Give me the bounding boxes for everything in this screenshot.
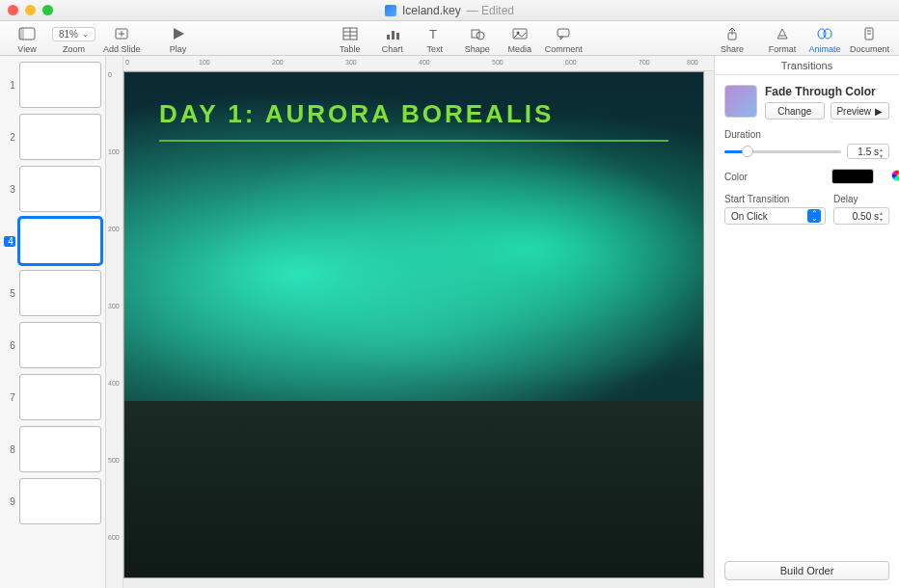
slide-navigator[interactable]: 1 2 3 4 5 6 7 8 9 (0, 56, 106, 588)
svg-point-15 (477, 32, 484, 40)
vertical-ruler: 0 100 200 300 400 500 600 (106, 56, 123, 588)
toolbar: View 81%⌄ Zoom Add Slide Play Table Char… (0, 21, 899, 56)
color-well[interactable] (831, 169, 874, 184)
duration-label: Duration (724, 129, 889, 140)
svg-rect-11 (392, 31, 395, 40)
select-chevron-icon: ⌃⌄ (807, 209, 821, 223)
document-edited-indicator: — Edited (467, 4, 514, 17)
chart-button[interactable]: Chart (371, 25, 414, 54)
current-slide[interactable]: DAY 1: AURORA BOREALIS (123, 71, 704, 578)
slide-thumbnail[interactable]: 2 (4, 114, 101, 160)
svg-rect-10 (387, 35, 390, 40)
document-tab[interactable]: Document (846, 25, 893, 54)
color-label: Color (724, 172, 748, 182)
duration-slider[interactable] (724, 145, 841, 158)
slide-thumbnail[interactable]: 9 (4, 478, 101, 524)
slide-divider (159, 140, 668, 142)
slide-thumbnail[interactable]: 5 (4, 270, 101, 316)
play-icon: ▶ (875, 106, 883, 117)
slide-title-text[interactable]: DAY 1: AURORA BOREALIS (159, 99, 554, 129)
share-button[interactable]: Share (703, 25, 761, 54)
preview-transition-button[interactable]: Preview▶ (831, 102, 890, 120)
slide-thumbnail[interactable]: 3 (4, 166, 101, 212)
svg-marker-19 (560, 37, 563, 40)
transition-preview-swatch (724, 85, 757, 118)
document-filename: Iceland.key (402, 4, 461, 17)
media-button[interactable]: Media (499, 25, 541, 54)
horizontal-ruler: 0 100 200 300 400 500 600 700 800 (123, 56, 714, 71)
shape-button[interactable]: Shape (456, 25, 499, 54)
build-order-button[interactable]: Build Order (724, 561, 889, 580)
svg-point-25 (824, 29, 831, 39)
view-button[interactable]: View (6, 25, 48, 54)
stepper-icon[interactable]: ▴▾ (880, 146, 887, 157)
delay-value-field[interactable]: 0.50 s ▴▾ (833, 207, 889, 225)
window-controls (8, 5, 53, 15)
animate-tab[interactable]: Animate (804, 25, 846, 54)
comment-button[interactable]: Comment (541, 25, 586, 54)
inspector-panel: Transitions Fade Through Color Change Pr… (714, 56, 899, 588)
play-button[interactable]: Play (145, 25, 212, 54)
close-icon[interactable] (8, 5, 18, 15)
main-area: 1 2 3 4 5 6 7 8 9 0 100 200 300 400 500 … (0, 56, 899, 588)
delay-label: Delay (833, 194, 889, 204)
window-titlebar: Iceland.key — Edited (0, 0, 899, 21)
slide-canvas[interactable]: DAY 1: AURORA BOREALIS (123, 71, 714, 588)
svg-text:T: T (429, 27, 437, 40)
slide-thumbnail[interactable]: 6 (4, 322, 101, 368)
chevron-down-icon: ⌄ (82, 30, 89, 39)
start-transition-select[interactable]: On Click ⌃⌄ (724, 207, 826, 225)
svg-rect-1 (19, 28, 24, 40)
svg-rect-18 (558, 29, 569, 37)
canvas-area: 0 100 200 300 400 500 600 700 800 DAY 1:… (123, 56, 714, 588)
inspector-tab-transitions[interactable]: Transitions (715, 56, 899, 75)
minimize-icon[interactable] (25, 5, 36, 15)
format-tab[interactable]: Format (761, 25, 804, 54)
slide-thumbnail[interactable]: 8 (4, 426, 101, 472)
zoom-button[interactable]: 81%⌄ Zoom (48, 25, 99, 54)
slide-thumbnail-selected[interactable]: 4 (4, 218, 101, 264)
slide-thumbnail[interactable]: 1 (4, 62, 101, 108)
svg-rect-12 (396, 33, 399, 40)
svg-rect-14 (472, 30, 479, 38)
transition-name: Fade Through Color (765, 85, 889, 98)
document-icon (385, 5, 396, 16)
svg-marker-22 (777, 29, 787, 39)
add-slide-button[interactable]: Add Slide (99, 25, 145, 54)
start-transition-label: Start Transition (724, 194, 826, 204)
window-title: Iceland.key — Edited (0, 4, 899, 17)
stepper-icon[interactable]: ▴▾ (880, 209, 887, 223)
maximize-icon[interactable] (42, 5, 53, 15)
color-picker-icon[interactable] (891, 170, 899, 181)
text-button[interactable]: T Text (414, 25, 456, 54)
change-transition-button[interactable]: Change (765, 102, 825, 120)
slide-thumbnail[interactable]: 7 (4, 374, 101, 420)
svg-marker-5 (174, 28, 184, 40)
duration-value-field[interactable]: 1.5 s ▴▾ (847, 144, 889, 159)
table-button[interactable]: Table (329, 25, 371, 54)
